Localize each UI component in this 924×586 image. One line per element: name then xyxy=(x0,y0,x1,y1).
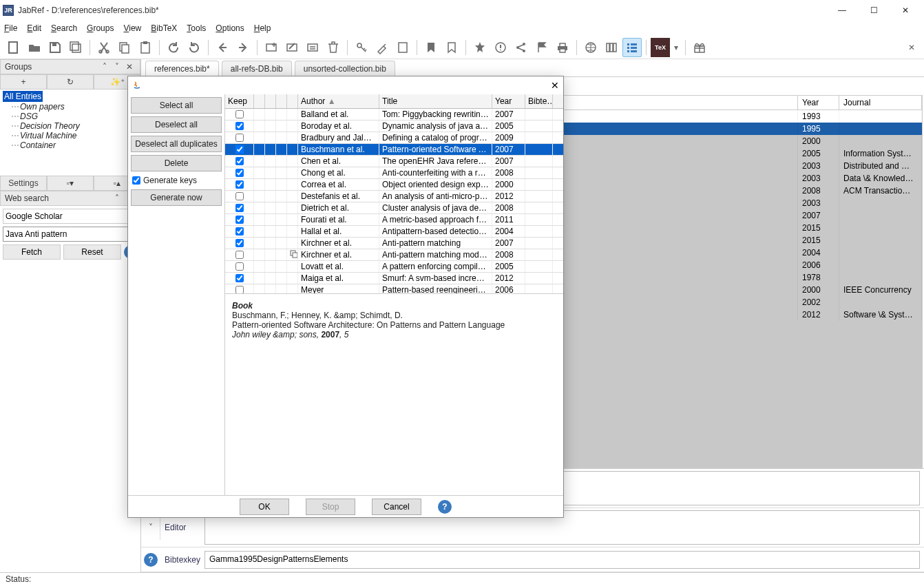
import-row[interactable]: Bradbury and JalbertDefining a catalog o… xyxy=(225,132,563,144)
menu-search[interactable]: Search xyxy=(51,23,77,33)
print-icon[interactable] xyxy=(553,38,572,57)
undo-icon[interactable] xyxy=(164,38,183,57)
help-icon[interactable]: ? xyxy=(144,553,158,567)
tree-item[interactable]: Decision Theory xyxy=(11,121,138,131)
import-row[interactable]: Chen et al.The openEHR Java reference i…… xyxy=(225,156,563,167)
tree-item[interactable]: Virtual Machine xyxy=(11,131,138,140)
import-row[interactable]: Destefanis et al.An analysis of anti-mic… xyxy=(225,191,563,202)
edit-strings-icon[interactable] xyxy=(303,38,322,57)
add-group-button[interactable]: + xyxy=(0,74,47,90)
tex-icon[interactable]: TeX xyxy=(651,38,670,57)
col-year[interactable]: Year xyxy=(798,96,839,109)
priority-icon[interactable] xyxy=(491,38,510,57)
dcol-year[interactable]: Year xyxy=(492,94,525,108)
tablet-icon[interactable] xyxy=(393,38,412,57)
dcol-bibte[interactable]: Bibte… xyxy=(525,94,553,108)
menu-file[interactable]: File xyxy=(4,23,17,33)
import-row[interactable]: Balland et al.Tom: Piggybacking rewritin… xyxy=(225,109,563,121)
forward-icon[interactable] xyxy=(233,38,253,57)
import-row[interactable]: Kirchner et al.Anti-pattern matching mod… xyxy=(225,249,563,261)
star-icon[interactable] xyxy=(470,38,490,57)
tree-item[interactable]: Container xyxy=(11,140,138,150)
generate-keys-checkbox[interactable]: Generate keys xyxy=(131,174,222,187)
search-input[interactable] xyxy=(3,227,138,242)
import-row[interactable]: Lovatt et al.A pattern enforcing compile… xyxy=(225,261,563,273)
import-row[interactable]: Correa et al.Object oriented design expe… xyxy=(225,179,563,191)
cancel-button[interactable]: Cancel xyxy=(372,499,421,515)
select-all-button[interactable]: Select all xyxy=(131,97,222,114)
close-window-button[interactable]: ✕ xyxy=(890,0,921,21)
flag-icon[interactable] xyxy=(532,38,552,57)
settings-button[interactable]: Settings xyxy=(0,176,47,191)
dropdown-icon[interactable]: ▾ xyxy=(671,38,681,57)
deselect-duplicates-button[interactable]: Deselect all duplicates xyxy=(131,136,222,152)
open-icon[interactable] xyxy=(25,38,44,57)
expand-tree-button[interactable]: ▫▾ xyxy=(47,176,94,191)
deselect-all-button[interactable]: Deselect all xyxy=(131,116,222,133)
import-row[interactable]: Fourati et al.A metric-based approach fo… xyxy=(225,214,563,226)
import-row[interactable]: Boroday et al.Dynamic analysis of java a… xyxy=(225,121,563,132)
edit-entry-icon[interactable] xyxy=(282,38,302,57)
generate-now-button[interactable]: Generate now xyxy=(131,189,222,206)
import-row[interactable]: Dietrich et al.Cluster analysis of java … xyxy=(225,202,563,214)
menu-view[interactable]: View xyxy=(123,23,141,33)
bookmark-outline-icon[interactable] xyxy=(442,38,461,57)
menu-edit[interactable]: Edit xyxy=(27,23,41,33)
back-icon[interactable] xyxy=(213,38,232,57)
toolbar-close-icon[interactable]: ✕ xyxy=(903,38,920,57)
bookmark-icon[interactable] xyxy=(421,38,441,57)
dcol-keep[interactable]: Keep xyxy=(225,94,254,108)
dialog-close-icon[interactable]: ✕ xyxy=(551,80,559,91)
import-row[interactable]: Maiga et al.Smurf: A svm-based increment… xyxy=(225,273,563,284)
editor-down-icon[interactable]: ˅ xyxy=(141,515,160,540)
tree-item[interactable]: DSG xyxy=(11,112,138,121)
dcol-author[interactable]: Author ▲ xyxy=(298,94,379,108)
tab[interactable]: references.bib* xyxy=(145,61,219,76)
save-icon[interactable] xyxy=(45,38,65,57)
close-panel-icon[interactable]: ✕ xyxy=(123,62,136,72)
menu-help[interactable]: Help xyxy=(254,23,271,33)
copy-icon[interactable] xyxy=(115,38,134,57)
share-icon[interactable] xyxy=(512,38,531,57)
collapse-icon[interactable]: ˄ xyxy=(98,62,111,72)
import-row[interactable]: Buschmann et al.Pattern-oriented Softwar… xyxy=(225,144,563,156)
ok-button[interactable]: OK xyxy=(240,499,289,515)
tree-item[interactable]: Own papers xyxy=(11,102,138,112)
maximize-button[interactable]: ☐ xyxy=(858,0,890,21)
expand-icon[interactable]: ˅ xyxy=(111,62,123,72)
globe-icon[interactable] xyxy=(581,38,600,57)
new-icon[interactable] xyxy=(4,38,23,57)
tree-all-entries[interactable]: All Entries xyxy=(3,91,43,102)
help-icon[interactable]: ? xyxy=(438,500,452,514)
cut-icon[interactable] xyxy=(94,38,114,57)
new-entry-icon[interactable] xyxy=(262,38,281,57)
refresh-groups-button[interactable]: ↻ xyxy=(47,74,94,90)
import-row[interactable]: Kirchner et al.Anti-pattern matching2007 xyxy=(225,238,563,249)
provider-select[interactable]: Google Scholar xyxy=(3,209,138,224)
stop-button[interactable]: Stop xyxy=(306,499,355,515)
menu-bibtex[interactable]: BibTeX xyxy=(151,23,177,33)
gift-icon[interactable] xyxy=(690,38,709,57)
delete-button[interactable]: Delete xyxy=(131,155,222,171)
save-all-icon[interactable] xyxy=(66,38,85,57)
tab[interactable]: unsorted-collection.bib xyxy=(295,61,395,76)
import-row[interactable]: MeyerPattern-based reengineering o…2006 xyxy=(225,284,563,293)
import-row[interactable]: Hallal et al.Antipattern-based detection… xyxy=(225,226,563,238)
col-journal[interactable]: Journal xyxy=(839,96,922,109)
key-icon[interactable] xyxy=(352,38,371,57)
reset-button[interactable]: Reset xyxy=(63,244,121,260)
menu-groups[interactable]: Groups xyxy=(87,23,114,33)
list-view-icon[interactable] xyxy=(622,38,642,57)
library-icon[interactable] xyxy=(602,38,621,57)
bibtexkey-value[interactable]: Gamma1995DesignPatternsElements xyxy=(204,551,920,569)
minimize-button[interactable]: — xyxy=(826,0,858,21)
tab[interactable]: all-refs-DB.bib xyxy=(222,61,292,76)
delete-icon[interactable] xyxy=(324,38,343,57)
paste-icon[interactable] xyxy=(136,38,155,57)
cleanup-icon[interactable] xyxy=(372,38,392,57)
fetch-button[interactable]: Fetch xyxy=(3,244,61,260)
menu-options[interactable]: Options xyxy=(216,23,244,33)
import-row[interactable]: Chong et al.Anti-counterfeiting with a r… xyxy=(225,167,563,179)
redo-icon[interactable] xyxy=(185,38,204,57)
menu-tools[interactable]: Tools xyxy=(187,23,206,33)
